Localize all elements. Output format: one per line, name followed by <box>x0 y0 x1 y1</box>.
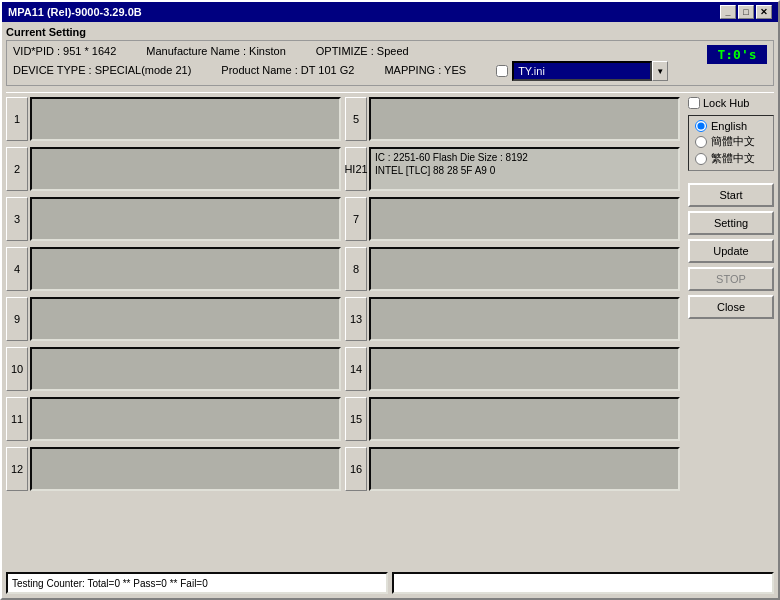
main-window: MPA11 (Rel)-9000-3.29.0B _ □ ✕ Current S… <box>0 0 780 600</box>
slot-box-3[interactable] <box>30 197 341 241</box>
slot-row-5: 5 <box>345 95 680 143</box>
setting-button[interactable]: Setting <box>688 211 774 235</box>
slot-box-16[interactable] <box>369 447 680 491</box>
slot-box-1[interactable] <box>30 97 341 141</box>
info-bar: T:0's VID*PID : 951 * 1642 Manufacture N… <box>6 40 774 86</box>
slot-number-5[interactable]: 5 <box>345 97 367 141</box>
title-bar-buttons: _ □ ✕ <box>720 5 772 19</box>
radio-traditional[interactable] <box>695 153 707 165</box>
slot-row-8: 8 <box>345 245 680 293</box>
action-buttons: Start Setting Update STOP Close <box>688 183 774 319</box>
slot-box-11[interactable] <box>30 397 341 441</box>
maximize-button[interactable]: □ <box>738 5 754 19</box>
lock-hub-row: Lock Hub <box>688 97 774 109</box>
separator <box>6 92 774 93</box>
slot-number-15[interactable]: 15 <box>345 397 367 441</box>
language-radio-group: English 簡體中文 繁體中文 <box>688 115 774 171</box>
ini-dropdown-arrow[interactable]: ▼ <box>652 61 668 81</box>
main-area: 1 2 3 4 9 <box>6 95 774 568</box>
radio-row-simplified: 簡體中文 <box>695 134 767 149</box>
radio-row-traditional: 繁體中文 <box>695 151 767 166</box>
slot-row-7: 7 <box>345 195 680 243</box>
slot-number-4[interactable]: 4 <box>6 247 28 291</box>
lock-hub-label: Lock Hub <box>703 97 749 109</box>
slot-number-10[interactable]: 10 <box>6 347 28 391</box>
timer-display: T:0's <box>707 45 767 64</box>
slot-number-7[interactable]: 7 <box>345 197 367 241</box>
manufacture-label: Manufacture Name : Kinston <box>146 45 285 57</box>
optimize-label: OPTIMIZE : Speed <box>316 45 409 57</box>
device-type-label: DEVICE TYPE : SPECIAL(mode 21) <box>13 64 191 76</box>
radio-row-english: English <box>695 120 767 132</box>
slot-number-2[interactable]: 2 <box>6 147 28 191</box>
close-button[interactable]: Close <box>688 295 774 319</box>
lock-hub-checkbox[interactable] <box>688 97 700 109</box>
slot-number-11[interactable]: 11 <box>6 397 28 441</box>
status-counter-text: Testing Counter: Total=0 ** Pass=0 ** Fa… <box>12 578 208 589</box>
slot-box-4[interactable] <box>30 247 341 291</box>
ini-select-row: TY.ini ▼ <box>496 61 668 81</box>
ini-select-wrapper: TY.ini ▼ <box>512 61 668 81</box>
status-bar: Testing Counter: Total=0 ** Pass=0 ** Fa… <box>6 572 774 594</box>
slot-row-13: 13 <box>345 295 680 343</box>
slot-row-16: 16 <box>345 445 680 493</box>
update-button[interactable]: Update <box>688 239 774 263</box>
slot-row-9: 9 <box>6 295 341 343</box>
slot-row-2: 2 <box>6 145 341 193</box>
radio-traditional-label: 繁體中文 <box>711 151 755 166</box>
slot-number-9[interactable]: 9 <box>6 297 28 341</box>
slot-box-15[interactable] <box>369 397 680 441</box>
slot-row-10: 10 <box>6 345 341 393</box>
main-content: Current Setting T:0's VID*PID : 951 * 16… <box>2 22 778 598</box>
slot-row-11: 11 <box>6 395 341 443</box>
minimize-button[interactable]: _ <box>720 5 736 19</box>
current-setting-label: Current Setting <box>6 26 774 38</box>
ini-checkbox[interactable] <box>496 65 508 77</box>
slot-number-hi21[interactable]: HI21 <box>345 147 367 191</box>
slot-box-5[interactable] <box>369 97 680 141</box>
slot-number-8[interactable]: 8 <box>345 247 367 291</box>
slot-row-3: 3 <box>6 195 341 243</box>
ini-file-display[interactable]: TY.ini <box>512 61 652 81</box>
slot-number-1[interactable]: 1 <box>6 97 28 141</box>
slot-box-9[interactable] <box>30 297 341 341</box>
status-right <box>392 572 774 594</box>
slot-hi21-text: IC : 2251-60 Flash Die Size : 8192INTEL … <box>375 151 674 177</box>
slot-number-14[interactable]: 14 <box>345 347 367 391</box>
slot-number-16[interactable]: 16 <box>345 447 367 491</box>
slot-box-10[interactable] <box>30 347 341 391</box>
radio-english[interactable] <box>695 120 707 132</box>
title-bar: MPA11 (Rel)-9000-3.29.0B _ □ ✕ <box>2 2 778 22</box>
mapping-label: MAPPING : YES <box>384 64 466 76</box>
start-button[interactable]: Start <box>688 183 774 207</box>
slot-box-14[interactable] <box>369 347 680 391</box>
slot-row-12: 12 <box>6 445 341 493</box>
slot-row-15: 15 <box>345 395 680 443</box>
right-slots-column: 5 HI21 IC : 2251-60 Flash Die Size : 819… <box>345 95 680 568</box>
slot-number-13[interactable]: 13 <box>345 297 367 341</box>
slot-number-3[interactable]: 3 <box>6 197 28 241</box>
slot-row-14: 14 <box>345 345 680 393</box>
radio-simplified-label: 簡體中文 <box>711 134 755 149</box>
slot-box-12[interactable] <box>30 447 341 491</box>
ini-file-text: TY.ini <box>518 65 545 77</box>
slot-box-8[interactable] <box>369 247 680 291</box>
radio-english-label: English <box>711 120 747 132</box>
product-name-label: Product Name : DT 101 G2 <box>221 64 354 76</box>
info-row-2: DEVICE TYPE : SPECIAL(mode 21) Product N… <box>13 59 767 81</box>
slot-row-hi21: HI21 IC : 2251-60 Flash Die Size : 8192I… <box>345 145 680 193</box>
slot-row-4: 4 <box>6 245 341 293</box>
vid-pid-label: VID*PID : 951 * 1642 <box>13 45 116 57</box>
status-left: Testing Counter: Total=0 ** Pass=0 ** Fa… <box>6 572 388 594</box>
stop-button[interactable]: STOP <box>688 267 774 291</box>
close-button[interactable]: ✕ <box>756 5 772 19</box>
slots-area: 1 2 3 4 9 <box>6 95 680 568</box>
info-row-1: VID*PID : 951 * 1642 Manufacture Name : … <box>13 45 767 57</box>
slot-box-7[interactable] <box>369 197 680 241</box>
slot-row-1: 1 <box>6 95 341 143</box>
slot-box-2[interactable] <box>30 147 341 191</box>
slot-number-12[interactable]: 12 <box>6 447 28 491</box>
radio-simplified[interactable] <box>695 136 707 148</box>
slot-box-13[interactable] <box>369 297 680 341</box>
slot-box-hi21[interactable]: IC : 2251-60 Flash Die Size : 8192INTEL … <box>369 147 680 191</box>
